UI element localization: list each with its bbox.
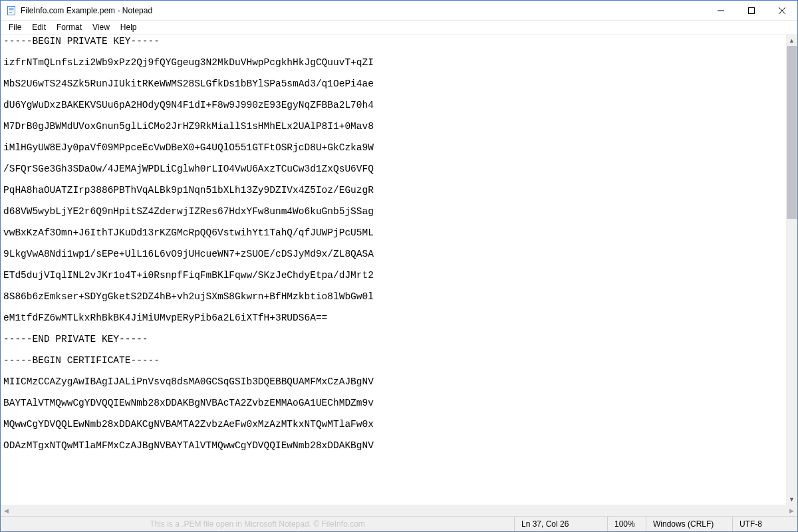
scroll-up-arrow-icon[interactable]: ▲	[786, 35, 797, 46]
window-title: FileInfo.com Example.pem - Notepad	[21, 6, 152, 15]
scroll-down-arrow-icon[interactable]: ▼	[786, 493, 797, 505]
horizontal-scrollbar[interactable]: ◀ ▶	[1, 505, 797, 516]
minimize-button[interactable]	[706, 1, 736, 21]
status-zoom: 100%	[607, 517, 646, 531]
menu-file[interactable]: File	[3, 21, 27, 33]
menu-help[interactable]: Help	[115, 21, 142, 33]
status-line-col: Ln 37, Col 26	[514, 517, 607, 531]
vertical-scrollbar[interactable]: ▲ ▼	[786, 35, 797, 505]
scrollbar-thumb[interactable]	[787, 46, 797, 219]
menu-format[interactable]: Format	[51, 21, 87, 33]
notepad-app-icon	[6, 5, 17, 16]
scroll-left-arrow-icon[interactable]: ◀	[1, 505, 12, 516]
titlebar: FileInfo.com Example.pem - Notepad	[1, 1, 797, 21]
status-encoding: UTF-8	[732, 517, 797, 531]
editor-area: -----BEGIN PRIVATE KEY----- izfrNTmQLnfs…	[1, 35, 797, 505]
close-button[interactable]	[767, 1, 797, 21]
status-line-ending: Windows (CRLF)	[646, 517, 732, 531]
notepad-window: FileInfo.com Example.pem - Notepad File …	[0, 0, 798, 532]
text-editor[interactable]: -----BEGIN PRIVATE KEY----- izfrNTmQLnfs…	[1, 35, 786, 505]
menu-edit[interactable]: Edit	[27, 21, 51, 33]
menubar: File Edit Format View Help	[1, 21, 797, 35]
svg-rect-6	[749, 7, 755, 13]
statusbar: This is a .PEM file open in Microsoft No…	[1, 516, 797, 531]
menu-view[interactable]: View	[87, 21, 115, 33]
scroll-right-arrow-icon[interactable]: ▶	[786, 505, 797, 516]
maximize-button[interactable]	[736, 1, 767, 21]
status-caption: This is a .PEM file open in Microsoft No…	[1, 517, 514, 531]
